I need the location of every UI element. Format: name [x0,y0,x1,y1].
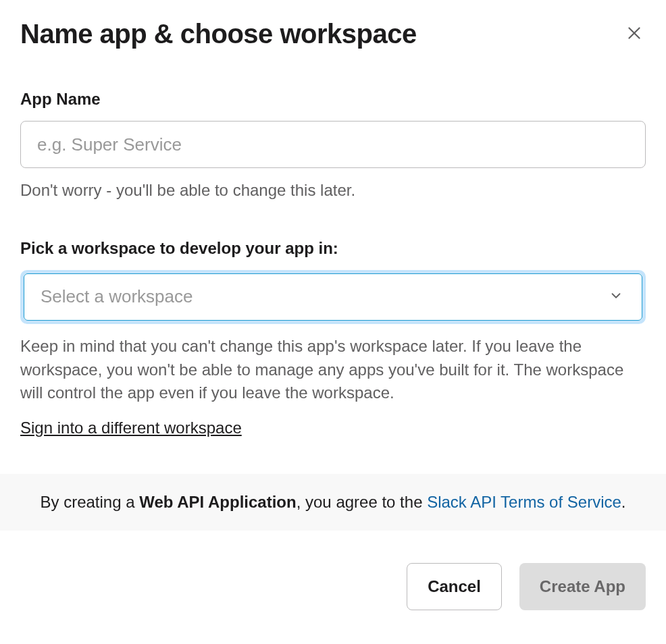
workspace-select[interactable]: Select a workspace [24,273,642,321]
workspace-label: Pick a workspace to develop your app in: [20,239,646,258]
agreement-prefix: By creating a [40,493,139,511]
cancel-button[interactable]: Cancel [407,563,502,610]
modal-title: Name app & choose workspace [20,19,417,49]
tos-link[interactable]: Slack API Terms of Service [427,493,621,511]
close-icon [625,24,643,44]
create-app-button[interactable]: Create App [519,563,646,610]
app-name-helper: Don't worry - you'll be able to change t… [20,179,646,203]
sign-in-different-workspace-link[interactable]: Sign into a different workspace [20,419,242,437]
app-name-label: App Name [20,90,646,109]
workspace-helper: Keep in mind that you can't change this … [20,335,646,405]
workspace-select-placeholder: Select a workspace [41,286,193,307]
agreement-bar: By creating a Web API Application, you a… [0,474,666,531]
agreement-bold: Web API Application [139,493,296,511]
agreement-middle: , you agree to the [297,493,427,511]
close-button[interactable] [623,22,646,47]
app-name-input[interactable] [20,121,646,168]
agreement-suffix: . [621,493,626,511]
